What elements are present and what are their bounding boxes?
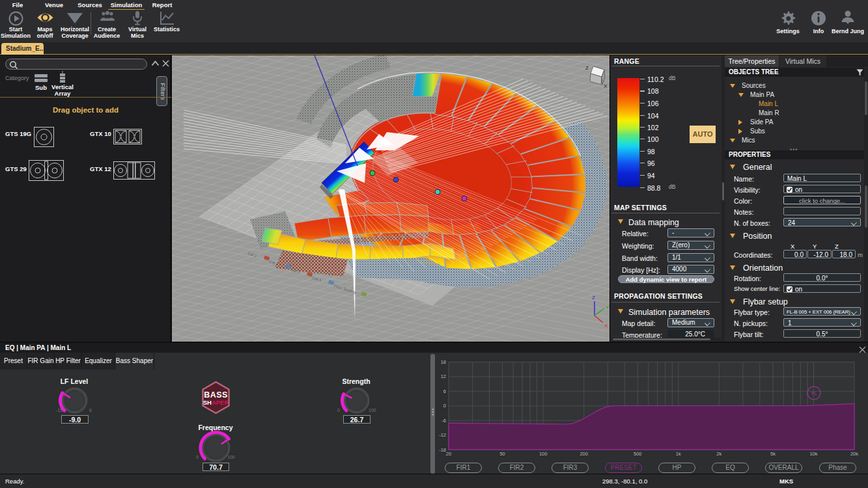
svg-text:-12: -12 xyxy=(439,432,446,438)
svg-text:200: 200 xyxy=(580,451,588,457)
svg-text:0: 0 xyxy=(443,403,446,409)
svg-text:50: 50 xyxy=(499,451,505,457)
svg-text:6: 6 xyxy=(443,388,446,394)
svg-text:100: 100 xyxy=(539,451,548,457)
svg-text:2k: 2k xyxy=(716,451,721,457)
svg-text:Z: Z xyxy=(585,65,589,71)
svg-text:X: X xyxy=(604,83,608,89)
svg-text:5k: 5k xyxy=(770,451,776,457)
svg-text:10k: 10k xyxy=(809,451,817,457)
svg-text:FL: FL xyxy=(811,391,817,396)
svg-text:20k: 20k xyxy=(850,451,858,457)
svg-text:18: 18 xyxy=(441,359,446,365)
svg-text:1k: 1k xyxy=(676,451,681,457)
svg-text:12: 12 xyxy=(441,373,446,379)
svg-text:500: 500 xyxy=(634,451,642,457)
svg-text:-18: -18 xyxy=(439,447,446,453)
svg-text:20: 20 xyxy=(446,451,451,457)
svg-text:X: X xyxy=(604,323,608,329)
svg-text:-6: -6 xyxy=(441,418,446,424)
svg-text:Z: Z xyxy=(592,295,595,301)
